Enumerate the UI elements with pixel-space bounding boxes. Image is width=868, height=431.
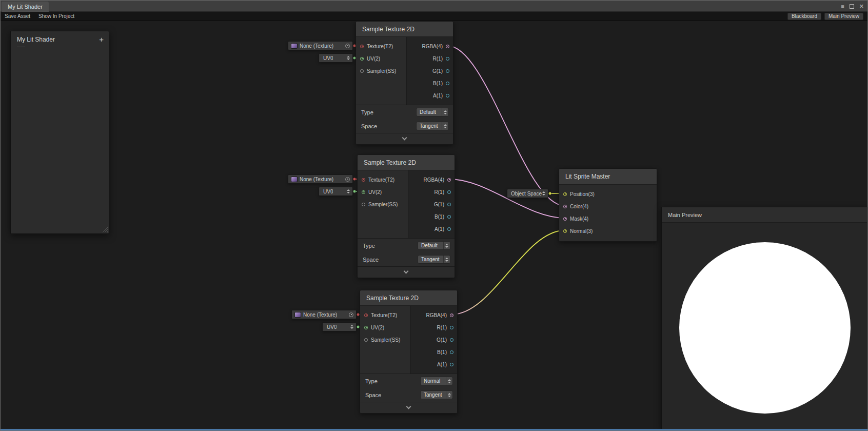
node-body: Texture(T2) UV(2) Sampler(SS) RGBA(4) R(… [360,306,457,374]
maximize-icon[interactable] [850,4,854,9]
port-texture-t2[interactable] [364,314,368,317]
node-controls: Type Normal Space Tangent [360,374,457,402]
port-rgba4[interactable] [446,45,449,48]
blackboard-title: My Lit Shader [17,36,55,43]
node-sample-texture-2d-1[interactable]: Sample Texture 2D Texture(T2) UV(2) Samp… [356,21,453,145]
blackboard-subtitle-dash [17,47,25,47]
port-a1[interactable] [446,94,449,97]
dropdown-arrows-icon [443,242,450,249]
port-rgba4[interactable] [447,178,451,182]
port-a1[interactable] [450,363,453,366]
port-color4[interactable] [563,205,567,208]
space-dropdown[interactable]: Tangent [416,122,449,130]
uv-channel-dropdown-2[interactable]: UV0 [319,187,353,196]
port-sampler-ss[interactable] [364,338,368,342]
texture-object-field-2[interactable]: None (Texture) [288,174,353,184]
main-preview-title: Main Preview [668,212,702,218]
node-sample-texture-2d-2[interactable]: Sample Texture 2D Texture(T2) UV(2) Samp… [357,154,455,278]
port-g1[interactable] [446,69,449,73]
port-a1[interactable] [447,227,451,231]
texture-thumbnail-icon [294,312,301,318]
texture-object-field-3[interactable]: None (Texture) [291,310,357,319]
chevron-down-icon [406,404,411,409]
port-mask4[interactable] [563,217,567,221]
port-rgba4[interactable] [450,314,453,317]
close-icon[interactable]: ✕ [859,4,864,9]
node-body: Texture(T2) UV(2) Sampler(SS) RGBA(4) R(… [356,37,453,105]
blackboard-panel[interactable]: My Lit Shader + [10,31,109,234]
add-property-button[interactable]: + [99,36,104,43]
type-dropdown[interactable]: Normal [420,377,453,385]
uv-channel-dropdown-1[interactable]: UV0 [319,53,353,63]
texture-object-field-1[interactable]: None (Texture) [288,41,353,50]
preview-viewport[interactable] [662,223,867,429]
edge-rgba-to-color[interactable] [447,46,565,206]
port-r1[interactable] [446,57,449,61]
blackboard-header[interactable]: My Lit Shader + [11,31,109,45]
port-g1[interactable] [450,338,453,342]
position-space-dropdown[interactable]: Object Space [507,189,548,198]
port-normal3[interactable] [563,229,567,233]
node-body: Texture(T2) UV(2) Sampler(SS) RGBA(4) R(… [358,170,455,238]
main-preview-panel[interactable]: Main Preview [661,207,867,430]
uv-channel-dropdown-3[interactable]: UV0 [322,322,357,331]
dropdown-arrows-icon [442,122,448,130]
node-header[interactable]: Sample Texture 2D [360,290,457,306]
save-asset-button[interactable]: Save Asset [1,12,34,21]
port-sampler-ss[interactable] [360,69,364,73]
window-tab[interactable]: My Lit Shader [2,2,49,12]
node-sample-texture-2d-3[interactable]: Sample Texture 2D Texture(T2) UV(2) Samp… [360,290,458,414]
port-b1[interactable] [447,215,451,219]
preview-sphere [679,242,851,414]
object-picker-icon[interactable] [345,44,350,48]
type-dropdown[interactable]: Default [416,108,449,116]
main-preview-toggle-button[interactable]: Main Preview [824,13,863,20]
dropdown-arrows-icon [347,189,350,193]
input-ports: Texture(T2) UV(2) Sampler(SS) [360,306,410,374]
window-bottom-edge [1,429,867,430]
show-in-project-button[interactable]: Show In Project [34,12,78,21]
type-dropdown[interactable]: Default [418,241,450,250]
node-header[interactable]: Lit Sprite Master [559,169,657,185]
input-ports: Texture(T2) UV(2) Sampler(SS) [356,37,406,105]
edge-rgba-to-mask[interactable] [449,179,565,218]
dropdown-arrows-icon [542,191,545,195]
collapse-preview-button[interactable] [356,133,453,144]
port-r1[interactable] [450,326,453,329]
space-dropdown[interactable]: Tangent [418,255,450,264]
blackboard-toggle-button[interactable]: Blackboard [787,13,821,20]
collapse-preview-button[interactable] [360,402,457,413]
graph-canvas[interactable]: Sample Texture 2D Texture(T2) UV(2) Samp… [1,21,867,430]
output-ports: RGBA(4) R(1) G(1) B(1) A(1) [408,170,455,238]
object-picker-icon[interactable] [349,312,353,317]
port-r1[interactable] [447,190,451,194]
node-header[interactable]: Sample Texture 2D [356,22,453,37]
port-g1[interactable] [447,203,451,206]
collapse-preview-button[interactable] [358,266,455,278]
port-texture-t2[interactable] [360,45,364,48]
toolbar: Save Asset Show In Project Blackboard Ma… [1,12,867,21]
edge-rgba-to-normal[interactable] [451,230,565,315]
port-uv2[interactable] [364,326,368,329]
node-title: Sample Texture 2D [364,159,416,166]
main-preview-header[interactable]: Main Preview [662,207,867,223]
object-picker-icon[interactable] [345,177,350,182]
resize-handle-icon[interactable] [102,227,108,232]
port-uv2[interactable] [360,57,364,61]
dropdown-arrows-icon [350,325,353,329]
dropdown-arrows-icon [446,377,452,385]
port-uv2[interactable] [362,190,365,194]
port-texture-t2[interactable] [362,178,365,182]
port-sampler-ss[interactable] [362,203,365,206]
node-lit-sprite-master[interactable]: Lit Sprite Master Position(3) Color(4) M… [559,168,657,242]
input-ports: Position(3) Color(4) Mask(4) Normal(3) [559,185,657,241]
port-position3[interactable] [563,192,567,196]
node-title: Sample Texture 2D [366,295,419,302]
port-b1[interactable] [450,350,453,354]
chevron-down-icon [402,135,407,141]
texture-thumbnail-icon [291,177,298,182]
space-dropdown[interactable]: Tangent [420,390,453,399]
pane-menu-icon[interactable]: ≡ [841,4,844,9]
node-header[interactable]: Sample Texture 2D [358,155,455,170]
port-b1[interactable] [446,82,449,85]
